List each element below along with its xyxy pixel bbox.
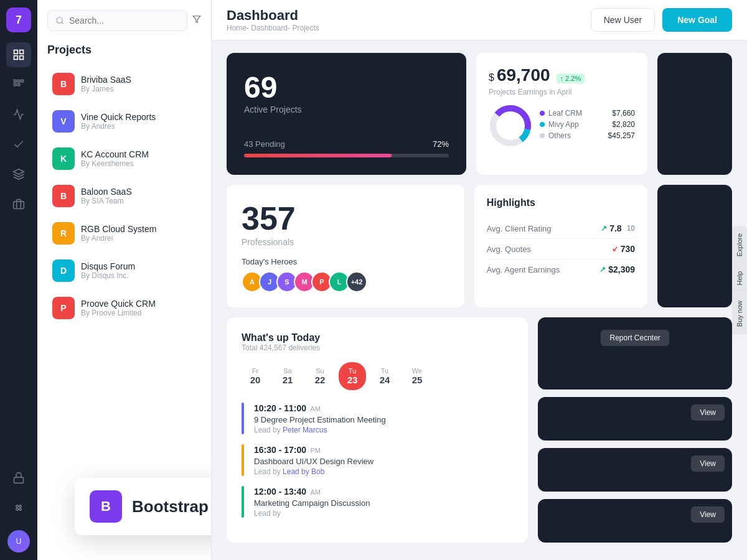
progress-bar	[244, 154, 449, 157]
arrow-up-icon: ↗	[599, 265, 606, 274]
view-button-2[interactable]: View	[691, 455, 725, 472]
nav-icon-chart[interactable]	[6, 102, 31, 127]
search-icon	[55, 16, 64, 25]
event-title: 9 Degree Project Estimation Meeting	[254, 415, 513, 424]
schedule-card: What's up Today Total 424,567 deliveries…	[227, 317, 528, 543]
event-content: 10:20 - 11:00 AM 9 Degree Project Estima…	[254, 403, 513, 434]
project-icon: R	[52, 222, 75, 245]
stats-card: 357 Professionals Today's Heroes AJSMPL+…	[227, 185, 464, 307]
svg-rect-7	[14, 83, 16, 85]
project-info: Disqus Forum By Disqus Inc.	[81, 261, 135, 280]
project-icon: D	[52, 259, 75, 282]
project-item-kc[interactable]: K KC Account CRM By Keenthemes	[47, 141, 201, 176]
user-avatar[interactable]: U	[7, 530, 30, 553]
project-icon: V	[52, 110, 75, 133]
svg-marker-9	[14, 169, 24, 174]
view-panel-2: View	[538, 448, 732, 492]
breadcrumb: Home- Dashboard- Projects	[227, 24, 319, 32]
project-by: By Proove Limited	[81, 309, 156, 317]
legend-dot: Leaf CRM	[540, 109, 582, 118]
active-projects-card: 69 Active Projects 43 Pending 72%	[227, 53, 466, 175]
legend-item: Leaf CRM$7,660	[540, 109, 635, 118]
highlights-title: Highlights	[487, 197, 635, 208]
nav-icon-settings[interactable]	[6, 465, 31, 490]
svg-point-12	[16, 505, 18, 507]
event-ampm: AM	[311, 488, 321, 496]
new-user-button[interactable]: New User	[591, 8, 655, 32]
nav-icon-check[interactable]	[6, 132, 31, 157]
active-bottom: 43 Pending 72%	[244, 139, 449, 149]
event-bar	[242, 403, 244, 434]
active-label: Active Projects	[244, 105, 449, 114]
event-time: 12:00 - 13:40	[254, 487, 306, 497]
avatar-group: AJSMPL+42	[242, 271, 449, 292]
project-item-disqus[interactable]: D Disqus Forum By Disqus Inc.	[47, 253, 201, 288]
event-lead: Lead by	[254, 509, 513, 518]
calendar-day[interactable]: Fr20	[242, 362, 269, 390]
nav-icon-briefcase[interactable]	[6, 192, 31, 217]
events-list: 10:20 - 11:00 AM 9 Degree Project Estima…	[242, 403, 513, 518]
nav-icon-grid[interactable]	[6, 72, 31, 97]
earnings-layout: Leaf CRM$7,660Mivy App$2,820Others$45,25…	[489, 104, 635, 147]
highlight-value: ↗ 7.810	[601, 223, 635, 233]
event-lead-link[interactable]: Lead by Bob	[283, 467, 324, 476]
nav-icon-layers[interactable]	[6, 162, 31, 187]
project-name: Baloon SaaS	[81, 187, 132, 197]
calendar-day[interactable]: Tu24	[371, 362, 398, 390]
nav-icon-apps[interactable]	[6, 495, 31, 520]
project-panel: Projects B Briviba SaaS By James V Vine …	[37, 0, 212, 560]
hero-avatar: +42	[346, 271, 367, 292]
professionals-label: Professionals	[242, 237, 449, 247]
header-right: New User New Goal	[591, 8, 732, 32]
project-icon: P	[52, 297, 75, 319]
project-item-baloon[interactable]: B Baloon SaaS By SIA Team	[47, 179, 201, 213]
calendar-strip: Fr20Sa21Su22Tu23Tu24We25	[242, 362, 513, 390]
report-center-button[interactable]: Report Cecnter	[601, 330, 669, 346]
project-icon: B	[52, 185, 75, 207]
highlight-row: Avg. Agent Earnings↗ $2,309	[487, 259, 635, 279]
legend-item: Others$45,257	[540, 131, 635, 140]
calendar-day[interactable]: Sa21	[274, 362, 301, 390]
project-icon: B	[52, 73, 75, 95]
project-name: Proove Quick CRM	[81, 299, 156, 309]
view-panel-1: View	[538, 397, 732, 441]
svg-rect-5	[17, 80, 19, 82]
highlight-label: Avg. Quotes	[487, 245, 531, 254]
user-number[interactable]: 7	[6, 7, 31, 32]
event-lead: Lead by Lead by Bob	[254, 467, 513, 476]
project-by: By Andres	[81, 122, 156, 131]
project-item-briviba[interactable]: B Briviba SaaS By James	[47, 67, 201, 101]
event-title: Dashboard UI/UX Design Review	[254, 457, 513, 466]
svg-rect-0	[14, 50, 18, 54]
event-lead-link[interactable]: Peter Marcus	[283, 426, 327, 434]
earnings-amount: 69,700	[497, 65, 550, 85]
right-side-panel	[657, 53, 732, 175]
calendar-day[interactable]: We25	[403, 362, 431, 390]
nav-icon-dashboard[interactable]	[6, 42, 31, 67]
explore-tab[interactable]: Explore	[732, 226, 747, 264]
bootstrap-card: B Bootstrap 5	[75, 478, 212, 535]
calendar-day[interactable]: Su22	[306, 362, 334, 390]
new-goal-button[interactable]: New Goal	[662, 8, 732, 32]
filter-button[interactable]	[192, 15, 201, 26]
project-item-vine[interactable]: V Vine Quick Reports By Andres	[47, 104, 201, 139]
project-item-proove[interactable]: P Proove Quick CRM By Proove Limited	[47, 291, 201, 325]
event-time: 10:20 - 11:00	[254, 403, 306, 413]
view-button-1[interactable]: View	[691, 404, 725, 421]
dollar-sign: $	[489, 72, 494, 83]
svg-point-16	[57, 17, 62, 23]
view-button-3[interactable]: View	[691, 506, 725, 523]
buy-now-tab[interactable]: Buy now	[732, 293, 747, 334]
event-title: Marketing Campaign Discussion	[254, 498, 513, 508]
event-ampm: PM	[311, 447, 321, 454]
help-tab[interactable]: Help	[732, 264, 747, 293]
arrow-up-icon: ↗	[601, 224, 607, 233]
calendar-day[interactable]: Tu23	[339, 362, 366, 390]
schedule-subtitle: Total 424,567 deliveries	[242, 343, 513, 352]
project-item-rgb[interactable]: R RGB Cloud System By Andrei	[47, 216, 201, 251]
svg-rect-8	[17, 83, 19, 85]
view-panel-3: View	[538, 499, 732, 543]
project-info: Vine Quick Reports By Andres	[81, 112, 156, 131]
search-input[interactable]	[69, 16, 179, 26]
schedule-event: 10:20 - 11:00 AM 9 Degree Project Estima…	[242, 403, 513, 434]
